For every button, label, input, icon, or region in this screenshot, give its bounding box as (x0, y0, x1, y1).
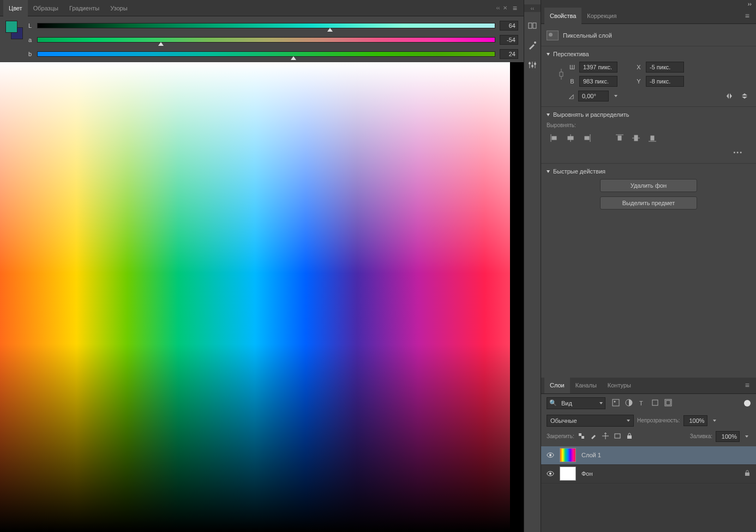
layer-row[interactable]: Фон (541, 465, 756, 483)
color-panel-body: L 64 a -54 b 24 (0, 16, 524, 62)
dock-icon-brush[interactable] (526, 39, 538, 51)
color-panel-menu-icon[interactable]: ≡ (509, 4, 520, 13)
align-vcenter-icon[interactable] (631, 133, 641, 144)
layer-thumbnail[interactable] (560, 467, 576, 481)
svg-rect-21 (613, 399, 619, 406)
color-spectrum[interactable] (0, 62, 524, 532)
align-right-icon[interactable] (581, 133, 592, 144)
search-icon: 🔍 (547, 399, 559, 407)
align-more-icon[interactable]: ••• (547, 146, 751, 159)
layers-panel-tabs: Слои Каналы Контуры ≡ (541, 378, 756, 394)
tab-adjustments[interactable]: Коррекция (581, 8, 622, 24)
svg-rect-12 (568, 136, 573, 140)
layer-filter-dropdown[interactable]: 🔍 Вид (547, 397, 605, 409)
pixel-layer-icon (547, 31, 559, 40)
layer-row[interactable]: Слой 1 (541, 446, 756, 465)
opacity-label: Непрозрачность: (637, 417, 680, 423)
height-input[interactable]: 983 пикс. (579, 76, 617, 87)
svg-rect-29 (581, 436, 584, 439)
fill-dropdown-icon[interactable] (743, 431, 751, 442)
remove-background-button[interactable]: Удалить фон (600, 179, 697, 192)
color-panel-tabs: Цвет Образцы Градиенты Узоры ‹‹ ✕ ≡ (0, 0, 524, 16)
svg-rect-0 (529, 23, 532, 28)
tab-properties[interactable]: Свойства (544, 8, 581, 24)
quick-actions-header[interactable]: Быстрые действия (547, 168, 751, 175)
slider-l-track[interactable] (37, 23, 495, 28)
lock-label: Закрепить: (547, 433, 574, 439)
lock-transparency-icon[interactable] (578, 432, 586, 441)
svg-rect-28 (579, 433, 581, 436)
filter-pixel-icon[interactable] (612, 399, 621, 408)
slider-a-track[interactable] (37, 37, 495, 43)
filter-type-icon[interactable]: T (638, 399, 647, 408)
align-left-icon[interactable] (549, 133, 560, 144)
svg-point-2 (534, 41, 536, 44)
svg-point-33 (549, 454, 551, 456)
dock-icon-1[interactable] (526, 20, 538, 32)
tab-layers[interactable]: Слои (544, 377, 570, 393)
layer-name[interactable]: Фон (581, 470, 739, 477)
collapsed-panel-dock: ‹‹ (524, 0, 541, 532)
flip-horizontal-icon[interactable] (723, 90, 735, 102)
align-bottom-icon[interactable] (647, 133, 658, 144)
tab-color[interactable]: Цвет (3, 0, 28, 16)
slider-b-track[interactable] (37, 51, 495, 57)
transform-section-header[interactable]: Перспектива (547, 51, 751, 57)
angle-dropdown[interactable] (612, 91, 620, 101)
filter-smartobject-icon[interactable] (664, 399, 673, 408)
right-dock-strip: ›› (541, 0, 756, 8)
svg-point-6 (529, 62, 531, 64)
x-input[interactable]: -5 пикс. (646, 62, 684, 73)
link-dimensions-icon[interactable] (557, 67, 565, 82)
lock-all-icon[interactable] (626, 432, 634, 441)
filter-shape-icon[interactable] (651, 399, 660, 408)
lock-artboard-icon[interactable] (614, 432, 622, 441)
filter-toggle-icon[interactable] (744, 400, 751, 407)
layers-panel-menu-icon[interactable]: ≡ (742, 381, 753, 390)
foreground-color-swatch[interactable] (5, 21, 17, 33)
tab-paths[interactable]: Контуры (602, 377, 637, 393)
tab-swatches[interactable]: Образцы (28, 0, 64, 16)
properties-panel-menu-icon[interactable]: ≡ (742, 11, 753, 20)
align-top-icon[interactable] (614, 133, 625, 144)
tab-patterns[interactable]: Узоры (105, 0, 133, 16)
svg-rect-14 (585, 136, 589, 140)
svg-rect-1 (533, 23, 536, 28)
visibility-toggle-icon[interactable] (547, 470, 554, 477)
properties-panel-tabs: Свойства Коррекция ≡ (541, 8, 756, 24)
layer-name[interactable]: Слой 1 (581, 452, 751, 458)
flip-vertical-icon[interactable] (739, 90, 751, 102)
slider-b-label: b (27, 51, 33, 57)
slider-a-value[interactable]: -54 (500, 35, 518, 45)
lock-paint-icon[interactable] (590, 432, 598, 441)
dock-icon-adjustments[interactable] (526, 59, 538, 71)
svg-rect-20 (651, 136, 654, 140)
panel-collapse-controls[interactable]: ‹‹ ✕ (496, 0, 507, 15)
angle-input[interactable]: 0,00° (578, 91, 609, 101)
select-subject-button[interactable]: Выделить предмет (600, 196, 697, 210)
lock-position-icon[interactable] (602, 432, 610, 441)
svg-point-22 (614, 401, 616, 402)
slider-l-value[interactable]: 64 (500, 21, 518, 31)
tab-gradients[interactable]: Градиенты (64, 0, 105, 16)
expand-icon[interactable]: ›› (748, 1, 752, 7)
layer-list: Слой 1 Фон (541, 446, 756, 533)
foreground-background-swatch[interactable] (5, 21, 23, 43)
filter-adjustment-icon[interactable] (625, 399, 634, 408)
svg-text:T: T (639, 400, 643, 407)
y-input[interactable]: -8 пикс. (646, 76, 684, 87)
tab-channels[interactable]: Каналы (570, 377, 602, 393)
angle-icon: ◿ (567, 93, 575, 100)
align-sublabel: Выровнять: (547, 122, 751, 128)
layer-thumbnail[interactable] (560, 448, 576, 462)
x-label: X (635, 64, 643, 70)
width-input[interactable]: 1397 пикс. (579, 62, 617, 73)
fill-input[interactable]: 100% (716, 431, 740, 442)
align-hcenter-icon[interactable] (565, 133, 576, 144)
visibility-toggle-icon[interactable] (547, 451, 554, 459)
opacity-dropdown-icon[interactable] (711, 415, 718, 426)
opacity-input[interactable]: 100% (683, 415, 707, 426)
blend-mode-dropdown[interactable]: Обычные (547, 415, 634, 427)
slider-b-value[interactable]: 24 (500, 49, 518, 59)
align-section-header[interactable]: Выровнять и распределить (547, 111, 751, 118)
